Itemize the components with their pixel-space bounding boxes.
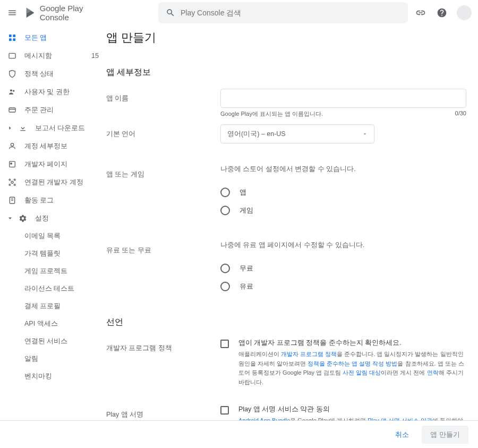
cancel-button[interactable]: 취소 [388, 426, 416, 444]
svg-point-14 [11, 181, 13, 183]
policy-check-title: 앱이 개발자 프로그램 정책을 준수하는지 확인하세요. [238, 339, 466, 348]
policy-link-3[interactable]: 사전 알림 대상 [343, 369, 381, 376]
caret-icon [7, 125, 13, 131]
sidebar-label: 모든 앱 [24, 33, 47, 43]
main-content: 앱 만들기 앱 세부정보 앱 이름 Google Play에 표시되는 앱 이름… [106, 26, 478, 420]
sidebar-label: 활동 로그 [24, 196, 54, 205]
radio-game-label: 게임 [240, 206, 253, 215]
sidebar-sub-payment[interactable]: 결제 프로필 [0, 298, 106, 315]
users-icon [7, 87, 17, 97]
svg-point-17 [9, 184, 11, 185]
svg-rect-5 [13, 38, 15, 41]
policy-label: 개발자 프로그램 정책 [106, 339, 220, 387]
card-icon [7, 105, 17, 115]
svg-point-18 [14, 184, 15, 185]
default-lang-value: 영어(미국) – en-US [227, 130, 286, 139]
sidebar-item-orders[interactable]: 주문 관리 [0, 101, 106, 119]
radio-paid[interactable]: 유료 [220, 277, 466, 295]
free-or-paid-label: 유료 또는 무료 [106, 241, 220, 295]
svg-rect-6 [9, 53, 15, 58]
svg-point-8 [13, 90, 14, 91]
create-app-button[interactable]: 앱 만들기 [422, 426, 468, 444]
radio-game[interactable]: 게임 [220, 201, 466, 219]
apps-icon [7, 33, 17, 43]
default-lang-select[interactable]: 영어(미국) – en-US [220, 124, 374, 143]
radio-icon [220, 264, 230, 273]
app-or-game-label: 앱 또는 게임 [106, 165, 220, 219]
sidebar-label: 설정 [35, 214, 49, 223]
sidebar-sub-connected[interactable]: 연결된 서비스 [0, 333, 106, 350]
account-icon [7, 141, 17, 151]
sidebar-sub-game[interactable]: 게임 프로젝트 [0, 263, 106, 280]
sidebar-item-users[interactable]: 사용자 및 권한 [0, 83, 106, 101]
app-or-game-note: 나중에 스토어 설정에서 변경할 수 있습니다. [220, 165, 466, 174]
sidebar-item-inbox[interactable]: 메시지함 15 [0, 47, 106, 65]
shield-icon [7, 69, 17, 79]
sidebar-label: 연결된 개발자 계정 [24, 178, 83, 187]
devpage-icon [7, 159, 17, 169]
policy-link-2[interactable]: 정책을 준수하는 앱 설명 작성 방법 [308, 360, 397, 367]
sidebar-sub-notify[interactable]: 알림 [0, 350, 106, 368]
radio-icon [220, 282, 230, 291]
sidebar-label: 보고서 다운로드 [35, 124, 85, 133]
radio-app[interactable]: 앱 [220, 183, 466, 201]
sidebar-item-log[interactable]: 활동 로그 [0, 191, 106, 209]
help-icon[interactable] [436, 6, 448, 19]
chevron-down-icon [362, 131, 368, 137]
signing-check-title: Play 앱 서명 서비스 약관 동의 [238, 405, 466, 414]
sidebar-label: 계정 세부정보 [24, 142, 67, 151]
policy-checkbox[interactable] [220, 340, 229, 348]
sidebar-item-reports[interactable]: 보고서 다운로드 [0, 119, 106, 137]
sidebar-label: 주문 관리 [24, 106, 54, 115]
radio-paid-label: 유료 [240, 282, 253, 291]
policy-desc: 애플리케이션이 개발자 프로그램 정책을 준수합니다. 앱 일시정지가 발생하는… [238, 350, 466, 387]
search-icon [166, 8, 175, 18]
app-name-input[interactable] [220, 89, 466, 108]
sidebar: 모든 앱 메시지함 15 정책 상태 사용자 및 권한 주문 관리 보고서 다운… [0, 26, 106, 420]
sidebar-sub-pricing[interactable]: 가격 템플릿 [0, 245, 106, 263]
sidebar-item-all-apps[interactable]: 모든 앱 [0, 29, 106, 47]
product-logo[interactable]: Google Play Console [24, 4, 109, 22]
menu-button[interactable] [6, 6, 18, 19]
link-icon[interactable] [414, 6, 427, 19]
signing-desc: Android App Bundle을 Google Play에 게시하려면 P… [238, 416, 466, 420]
sidebar-sub-api[interactable]: API 액세스 [0, 315, 106, 333]
signing-label: Play 앱 서명 [106, 405, 220, 420]
gear-icon [18, 214, 28, 223]
product-name: Google Play Console [40, 4, 109, 22]
radio-free[interactable]: 무료 [220, 259, 466, 277]
app-name-label: 앱 이름 [106, 89, 220, 118]
policy-link-4[interactable]: 연락 [427, 369, 439, 376]
radio-icon [220, 188, 230, 197]
sidebar-label: 메시지함 [24, 52, 52, 61]
sidebar-label: 정책 상태 [24, 70, 54, 79]
inbox-icon [7, 51, 17, 61]
sidebar-item-policy[interactable]: 정책 상태 [0, 65, 106, 83]
default-lang-label: 기본 언어 [106, 124, 220, 143]
svg-point-15 [9, 179, 11, 181]
avatar[interactable] [457, 5, 472, 20]
search-input[interactable] [181, 9, 400, 17]
sidebar-item-account[interactable]: 계정 세부정보 [0, 137, 106, 155]
sidebar-item-linked[interactable]: 연결된 개발자 계정 [0, 173, 106, 191]
sidebar-sub-license[interactable]: 라이선스 테스트 [0, 280, 106, 298]
sidebar-sub-email[interactable]: 이메일 목록 [0, 227, 106, 245]
svg-point-16 [14, 179, 15, 181]
sidebar-item-settings[interactable]: 설정 [0, 209, 106, 227]
sidebar-sub-benchmark[interactable]: 벤치마킹 [0, 368, 106, 385]
svg-rect-2 [9, 35, 12, 37]
svg-rect-4 [9, 38, 12, 41]
search-box[interactable] [158, 2, 408, 23]
log-icon [7, 196, 17, 205]
radio-icon [220, 206, 230, 215]
radio-app-label: 앱 [240, 188, 246, 197]
section-details-title: 앱 세부정보 [106, 67, 466, 78]
sidebar-label: 개발자 페이지 [24, 160, 67, 169]
signing-checkbox[interactable] [220, 406, 229, 415]
policy-link-1[interactable]: 개발자 프로그램 정책 [281, 351, 337, 357]
sidebar-item-devpage[interactable]: 개발자 페이지 [0, 155, 106, 173]
free-or-paid-note: 나중에 유료 앱 페이지에서 수정할 수 있습니다. [220, 241, 466, 250]
section-declare-title: 선언 [106, 317, 466, 328]
svg-rect-12 [10, 162, 15, 167]
caret-down-icon [7, 216, 13, 221]
